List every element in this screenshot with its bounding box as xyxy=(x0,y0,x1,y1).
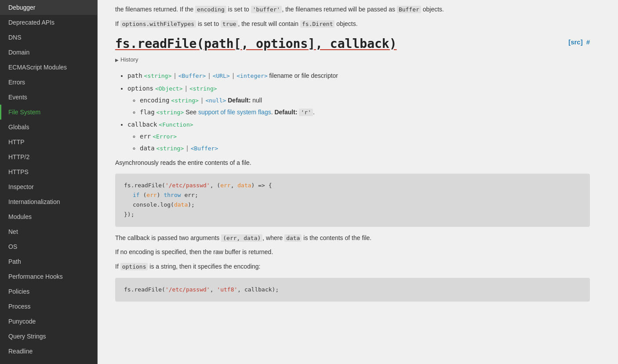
flag-default-text: . Default: 'r'. xyxy=(271,109,315,116)
callback-description: The callback is passed two arguments (er… xyxy=(115,233,590,243)
async-description: Asynchronously reads the entire contents… xyxy=(115,158,590,167)
param-options: options <Object> | <string> encoding <st… xyxy=(127,84,590,117)
fs-dirent-code: fs.Dirent xyxy=(300,20,334,28)
options-with-filetypes-code: options.withFileTypes xyxy=(120,20,196,28)
function-heading: fs.readFile(path[, options], callback) [… xyxy=(115,34,590,54)
callback-sub-list: err <Error> data <string> | <Buffer> xyxy=(127,131,590,153)
flag-see-text: See xyxy=(185,109,198,116)
code-block-2: fs.readFile('/etc/passwd', 'utf8', callb… xyxy=(115,278,590,302)
callback-type-function: <Function> xyxy=(159,121,193,128)
path-type-integer: <integer> xyxy=(236,73,267,79)
sidebar-item-punycode[interactable]: Punycode xyxy=(0,314,97,329)
err-data-code: (err, data) xyxy=(221,234,262,242)
data-type-string: <string> xyxy=(156,145,184,152)
sidebar-item-inspector[interactable]: Inspector xyxy=(0,179,97,194)
code-line-2: if (err) throw err; xyxy=(124,190,581,200)
encoding-type-string: <string> xyxy=(171,97,199,104)
sidebar-item-http2[interactable]: HTTP/2 xyxy=(0,149,97,164)
src-link[interactable]: [src] xyxy=(568,37,583,47)
encoding-type-null: <null> xyxy=(205,97,226,104)
sidebar-item-events[interactable]: Events xyxy=(0,90,97,105)
callback-err: err <Error> xyxy=(140,131,590,142)
options-type-string: <string> xyxy=(189,85,217,92)
code-line-3: console.log(data); xyxy=(124,200,581,210)
sidebar-item-filesystem[interactable]: File System xyxy=(0,105,97,120)
flag-support-link[interactable]: support of file system flags xyxy=(198,109,271,116)
main-content: the filenames returned. If the encoding … xyxy=(98,0,618,364)
sidebar-item-path[interactable]: Path xyxy=(0,254,97,269)
function-params-part: (path[, options], callback) xyxy=(196,36,396,51)
path-type-buffer: <Buffer> xyxy=(178,73,206,79)
param-callback: callback <Function> err <Error> data <st… xyxy=(127,120,590,153)
option-encoding: encoding <string> | <null> Default: null xyxy=(140,95,590,106)
err-type-error: <Error> xyxy=(153,133,177,140)
options-string-description: If options is a string, then it specifie… xyxy=(115,262,590,272)
encoding-default-text: Default: null xyxy=(228,97,262,104)
data-type-buffer: <Buffer> xyxy=(191,145,218,152)
flag-param-name: flag xyxy=(140,109,155,116)
sidebar-item-net[interactable]: Net xyxy=(0,224,97,239)
code-line-4: }); xyxy=(124,210,581,219)
path-type-string: <string> xyxy=(144,73,172,79)
intro-paragraph-2: If options.withFileTypes is set to true,… xyxy=(115,19,590,29)
sidebar-item-query-strings[interactable]: Query Strings xyxy=(0,329,97,344)
path-type-url: <URL> xyxy=(213,73,230,79)
src-hash-links: [src] # xyxy=(568,37,590,47)
buffer-code: Buffer xyxy=(397,6,421,13)
encoding-code: encoding xyxy=(195,6,226,13)
sidebar-item-debugger[interactable]: Debugger xyxy=(0,0,97,15)
params-list: path <string> | <Buffer> | <URL> | <inte… xyxy=(115,71,590,153)
path-param-name: path xyxy=(127,72,142,79)
intro-paragraph-1: the filenames returned. If the encoding … xyxy=(115,4,590,15)
param-path: path <string> | <Buffer> | <URL> | <inte… xyxy=(127,71,590,81)
hash-link[interactable]: # xyxy=(586,37,590,47)
data-param-name: data xyxy=(140,145,155,152)
function-name-part: fs.readFile xyxy=(115,36,196,51)
content-area: the filenames returned. If the encoding … xyxy=(98,0,607,325)
options-code-inline: options xyxy=(120,263,148,270)
no-encoding-description: If no encoding is specified, then the ra… xyxy=(115,247,590,257)
sidebar-item-globals[interactable]: Globals xyxy=(0,120,97,135)
err-param-name: err xyxy=(140,133,151,140)
code-block-1: fs.readFile('/etc/passwd', (err, data) =… xyxy=(115,174,590,226)
code-line-1: fs.readFile('/etc/passwd', (err, data) =… xyxy=(124,181,581,190)
sidebar-item-https[interactable]: HTTPS xyxy=(0,164,97,179)
options-param-name: options xyxy=(127,85,153,92)
sidebar-item-http[interactable]: HTTP xyxy=(0,135,97,149)
sidebar-item-ecmascript[interactable]: ECMAScript Modules xyxy=(0,60,97,75)
callback-param-name: callback xyxy=(127,121,157,128)
data-code: data xyxy=(284,234,302,242)
path-desc-text: filename or file descriptor xyxy=(269,72,338,79)
option-flag: flag <string> See support of file system… xyxy=(140,107,590,117)
callback-data: data <string> | <Buffer> xyxy=(140,143,590,153)
sidebar-item-deprecated-apis[interactable]: Deprecated APIs xyxy=(0,15,97,30)
sidebar: Debugger Deprecated APIs DNS Domain ECMA… xyxy=(0,0,98,364)
options-type-object: <Object> xyxy=(155,85,183,92)
sidebar-item-os[interactable]: OS xyxy=(0,239,97,254)
true-code: true xyxy=(221,20,238,28)
buffer-string-code: 'buffer' xyxy=(251,6,282,13)
sidebar-item-internationalization[interactable]: Internationalization xyxy=(0,194,97,209)
options-sub-list: encoding <string> | <null> Default: null… xyxy=(127,95,590,117)
function-title: fs.readFile(path[, options], callback) xyxy=(115,34,397,54)
sidebar-item-errors[interactable]: Errors xyxy=(0,75,97,90)
sidebar-item-domain[interactable]: Domain xyxy=(0,45,97,60)
history-toggle[interactable]: History xyxy=(115,55,590,65)
encoding-param-name: encoding xyxy=(140,97,169,104)
sidebar-item-performance-hooks[interactable]: Performance Hooks xyxy=(0,269,97,284)
flag-type-string: <string> xyxy=(156,109,184,116)
sidebar-item-readline[interactable]: Readline xyxy=(0,344,97,359)
sidebar-item-dns[interactable]: DNS xyxy=(0,30,97,45)
sidebar-item-modules[interactable]: Modules xyxy=(0,209,97,224)
sidebar-item-policies[interactable]: Policies xyxy=(0,284,97,299)
sidebar-item-process[interactable]: Process xyxy=(0,299,97,314)
